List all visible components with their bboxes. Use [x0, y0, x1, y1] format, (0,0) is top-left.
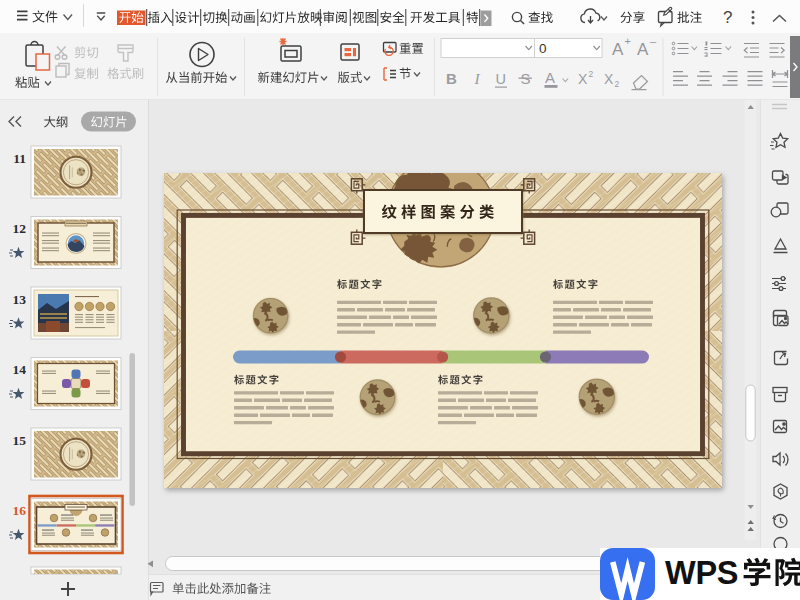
svg-text:16: 16: [13, 503, 27, 518]
svg-text:U: U: [496, 71, 506, 87]
svg-text:0: 0: [539, 41, 547, 56]
svg-text:14: 14: [13, 362, 27, 377]
svg-text:WPS: WPS: [665, 555, 738, 591]
svg-text:X: X: [604, 71, 614, 87]
svg-text:13: 13: [13, 292, 27, 307]
svg-text:I: I: [474, 70, 481, 87]
svg-text:–: –: [650, 35, 657, 47]
svg-text:+: +: [625, 35, 631, 47]
svg-text:B: B: [446, 70, 457, 87]
svg-text:11: 11: [13, 151, 26, 166]
svg-text:?: ?: [723, 8, 732, 27]
svg-text:12: 12: [13, 221, 27, 236]
svg-text:15: 15: [13, 433, 27, 448]
svg-text:2: 2: [589, 69, 594, 79]
svg-text:A: A: [637, 40, 649, 59]
svg-text:X: X: [578, 71, 588, 87]
svg-text:A: A: [545, 69, 555, 86]
svg-text:A: A: [612, 40, 624, 59]
svg-text:2: 2: [615, 79, 620, 89]
